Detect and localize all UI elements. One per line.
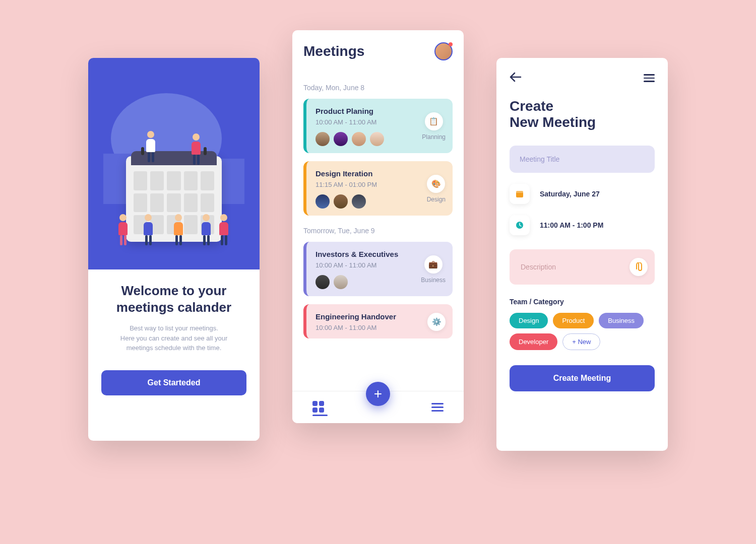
meeting-card-time: 10:00 AM - 11:00 AM bbox=[316, 118, 422, 126]
tomorrow-date-label: Tomorrow, Tue, June 9 bbox=[292, 227, 464, 235]
design-icon: 🎨 bbox=[427, 175, 445, 193]
today-date-label: Today, Mon, June 8 bbox=[292, 84, 464, 92]
meeting-card-title: Engineering Handover bbox=[316, 312, 427, 321]
planning-icon: 📋 bbox=[425, 112, 443, 130]
description-placeholder: Description bbox=[521, 263, 556, 271]
participant-avatar bbox=[316, 132, 330, 146]
welcome-screen: Welcome to your meetings calander Best w… bbox=[88, 58, 260, 441]
participant-avatar bbox=[316, 194, 330, 209]
meeting-card-time: 11:15 AM - 01:00 PM bbox=[316, 181, 427, 188]
welcome-subtitle: Best way to list your meetings. Here you… bbox=[101, 323, 246, 353]
participant-avatar bbox=[370, 132, 384, 146]
nav-grid-icon[interactable] bbox=[312, 399, 328, 416]
pill-new[interactable]: + New bbox=[562, 333, 600, 350]
date-row[interactable]: Saturday, June 27 bbox=[510, 184, 655, 204]
meeting-card-tag: Design bbox=[427, 196, 446, 203]
clock-icon bbox=[510, 215, 530, 235]
participant-avatar bbox=[316, 275, 330, 289]
create-meeting-title: Create New Meeting bbox=[510, 98, 655, 130]
category-label: Team / Category bbox=[510, 298, 655, 306]
meeting-card-title: Design Iteration bbox=[316, 169, 427, 178]
pill-design[interactable]: Design bbox=[510, 313, 548, 328]
meeting-card-engineering[interactable]: Engineering Handover 10:00 AM - 11:00 AM… bbox=[303, 304, 453, 338]
meeting-title-input[interactable] bbox=[510, 146, 655, 173]
meeting-card-planning[interactable]: Product Planing 10:00 AM - 11:00 AM 📋 Pl… bbox=[303, 99, 453, 153]
meeting-card-tag: Planning bbox=[422, 133, 446, 141]
add-meeting-fab[interactable]: + bbox=[366, 382, 390, 406]
meetings-header-title: Meetings bbox=[303, 43, 364, 59]
date-value: Saturday, June 27 bbox=[540, 190, 600, 198]
back-arrow-icon[interactable] bbox=[510, 72, 522, 84]
hamburger-menu-icon[interactable] bbox=[644, 72, 655, 84]
welcome-illustration bbox=[88, 58, 260, 269]
participant-avatar bbox=[352, 194, 366, 209]
participant-avatar bbox=[352, 132, 366, 146]
meeting-card-title: Product Planing bbox=[316, 107, 422, 115]
pill-product[interactable]: Product bbox=[553, 313, 594, 328]
calendar-icon bbox=[510, 184, 530, 204]
nav-menu-icon[interactable] bbox=[431, 401, 444, 414]
attachment-icon[interactable] bbox=[629, 258, 648, 276]
time-value: 11:00 AM - 1:00 PM bbox=[540, 221, 603, 229]
participant-avatar bbox=[334, 275, 348, 289]
pill-business[interactable]: Business bbox=[599, 313, 644, 328]
meeting-card-tag: Business bbox=[421, 277, 446, 284]
meeting-card-time: 10:00 AM - 11:00 AM bbox=[316, 324, 427, 331]
create-meeting-screen: Create New Meeting Saturday, June 27 11:… bbox=[496, 58, 668, 451]
participant-avatar bbox=[334, 132, 348, 146]
business-icon: 💼 bbox=[424, 255, 443, 274]
meeting-card-title: Investors & Executives bbox=[316, 250, 421, 258]
engineering-icon: ⚙️ bbox=[427, 313, 446, 331]
create-meeting-button[interactable]: Create Meeting bbox=[510, 365, 655, 391]
welcome-title: Welcome to your meetings calander bbox=[101, 283, 246, 315]
meetings-screen: Meetings Today, Mon, June 8 Product Plan… bbox=[292, 30, 464, 423]
description-input[interactable]: Description bbox=[510, 249, 655, 285]
time-row[interactable]: 11:00 AM - 1:00 PM bbox=[510, 215, 655, 235]
meeting-card-time: 10:00 AM - 11:00 AM bbox=[316, 261, 421, 269]
meeting-card-business[interactable]: Investors & Executives 10:00 AM - 11:00 … bbox=[303, 242, 453, 296]
profile-avatar[interactable] bbox=[434, 42, 453, 60]
meeting-card-design[interactable]: Design Iteration 11:15 AM - 01:00 PM 🎨 D… bbox=[303, 161, 453, 216]
svg-rect-1 bbox=[516, 191, 523, 193]
participant-avatar bbox=[334, 194, 348, 209]
pill-developer[interactable]: Developer bbox=[510, 333, 557, 350]
get-started-button[interactable]: Get Starteded bbox=[101, 370, 246, 395]
